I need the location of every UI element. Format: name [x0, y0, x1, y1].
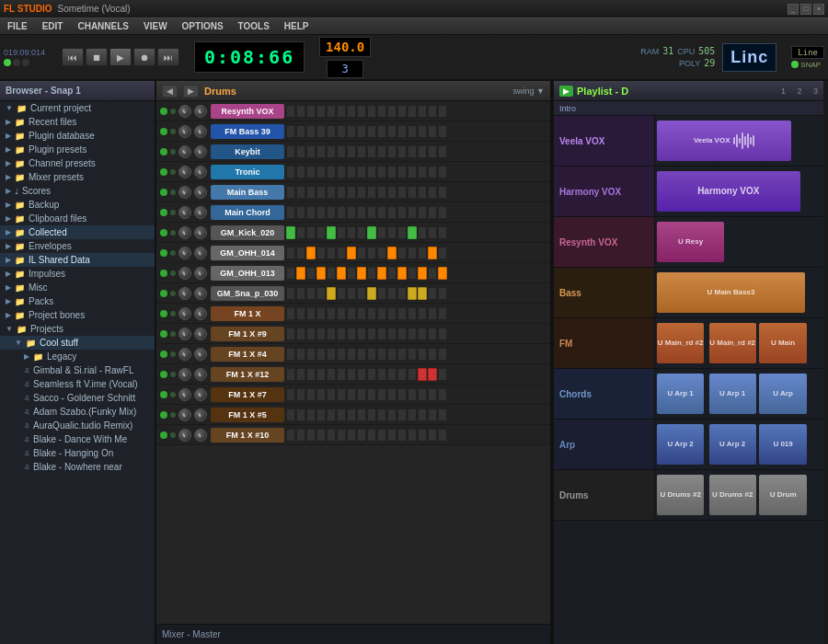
ch-name-fm1x12[interactable]: FM 1 X #12 — [211, 367, 284, 382]
pattern-block-fm2[interactable]: U Main_rd #2 — [709, 323, 756, 362]
pad[interactable] — [397, 287, 407, 300]
pad[interactable] — [357, 166, 366, 178]
pad[interactable] — [337, 247, 346, 259]
pad[interactable] — [367, 328, 376, 340]
browser-item-clipboard[interactable]: ▶ 📁 Clipboard files — [0, 212, 155, 225]
pad[interactable] — [347, 226, 356, 239]
ch-active-dot[interactable] — [160, 411, 167, 419]
ch-name-fm1x4[interactable]: FM 1 X #4 — [211, 347, 284, 362]
pad[interactable] — [428, 287, 437, 300]
ch-mute-dot[interactable] — [170, 412, 176, 418]
pad[interactable] — [408, 145, 417, 158]
pad[interactable] — [286, 186, 295, 199]
pad[interactable] — [377, 166, 386, 178]
browser-item-envelopes[interactable]: ▶ 📁 Envelopes — [0, 239, 155, 253]
ch-name-fm1x9[interactable]: FM 1 X #9 — [211, 327, 284, 341]
pattern-block-drums2[interactable]: U Drums #2 — [709, 475, 756, 514]
menu-channels[interactable]: CHANNELS — [74, 21, 132, 31]
ch-active-dot[interactable] — [160, 229, 167, 236]
pad[interactable] — [286, 307, 295, 320]
pad[interactable] — [397, 307, 407, 320]
ch-active-dot[interactable] — [160, 108, 167, 115]
pad[interactable] — [347, 307, 356, 320]
ch-mute-dot[interactable] — [170, 331, 176, 337]
pad[interactable] — [306, 287, 316, 300]
browser-item-project-bones[interactable]: ▶ 📁 Project bones — [0, 308, 155, 322]
pad[interactable] — [286, 267, 295, 280]
pad[interactable] — [377, 429, 386, 442]
rack-nav-next[interactable]: ▶ — [183, 85, 199, 98]
browser-item-channel-presets[interactable]: ▶ 📁 Channel presets — [0, 156, 155, 170]
pad[interactable] — [306, 125, 316, 138]
ch-volume-knob[interactable] — [178, 166, 191, 178]
pad[interactable] — [418, 226, 427, 239]
pad[interactable] — [387, 408, 397, 421]
pad[interactable] — [397, 105, 407, 118]
pad[interactable] — [428, 145, 437, 158]
pad[interactable] — [337, 166, 346, 178]
menu-tools[interactable]: TOOLS — [235, 21, 273, 31]
pad[interactable] — [367, 408, 376, 421]
pad[interactable] — [387, 145, 397, 158]
pad[interactable] — [327, 388, 336, 401]
pattern-block-chords3[interactable]: U Arp — [759, 374, 806, 413]
pad[interactable] — [347, 125, 356, 138]
pad[interactable] — [428, 267, 437, 280]
pad[interactable] — [408, 368, 417, 381]
pad[interactable] — [367, 125, 376, 138]
minimize-button[interactable]: _ — [788, 4, 799, 15]
close-button[interactable]: × — [813, 4, 824, 15]
ch-mute-dot[interactable] — [170, 109, 176, 114]
transport-play[interactable]: ▶ — [109, 48, 132, 66]
pad[interactable] — [306, 348, 316, 361]
pad[interactable] — [327, 328, 336, 340]
pad[interactable] — [316, 388, 326, 401]
pad[interactable] — [387, 206, 397, 219]
pad[interactable] — [337, 206, 346, 219]
pad[interactable] — [347, 186, 356, 199]
pad[interactable] — [397, 348, 407, 361]
browser-item-cool-stuff[interactable]: ▼ 📁 Cool stuff — [0, 336, 155, 350]
pad[interactable] — [286, 125, 295, 138]
browser-item-plugin-presets[interactable]: ▶ 📁 Plugin presets — [0, 143, 155, 156]
browser-item-impulses[interactable]: ▶ 📁 Impulses — [0, 267, 155, 281]
browser-item-blake-hanging[interactable]: ♫ Blake - Hanging On — [0, 446, 155, 460]
pad[interactable] — [337, 145, 346, 158]
pad[interactable] — [357, 328, 366, 340]
pad[interactable] — [367, 348, 376, 361]
pad[interactable] — [418, 267, 427, 280]
pad[interactable] — [296, 247, 305, 259]
ch-pan-knob[interactable] — [194, 348, 207, 361]
pad[interactable] — [306, 408, 316, 421]
track-content-resynth[interactable]: U Resy — [655, 217, 823, 267]
pattern-block-harmony[interactable]: Harmony VOX — [657, 171, 800, 211]
pad[interactable] — [438, 368, 447, 381]
ch-active-dot[interactable] — [160, 270, 167, 277]
pattern-display[interactable]: 3 — [327, 60, 363, 78]
pattern-block-drums1[interactable]: U Drums #2 — [657, 475, 704, 514]
pad[interactable] — [438, 105, 447, 118]
ch-volume-knob[interactable] — [178, 307, 191, 320]
pad[interactable] — [357, 348, 366, 361]
pad[interactable] — [418, 328, 427, 340]
ch-name-gmsnap[interactable]: GM_Sna_p_030 — [211, 286, 284, 301]
pad[interactable] — [428, 429, 437, 442]
ch-name-tronic[interactable]: Tronic — [211, 165, 284, 179]
pad[interactable] — [418, 388, 427, 401]
pad[interactable] — [306, 429, 316, 442]
playlist-nav[interactable]: ▶ — [559, 86, 573, 97]
browser-item-legacy[interactable]: ▶ 📁 Legacy — [0, 350, 155, 363]
ch-pan-knob[interactable] — [194, 408, 207, 421]
browser-item-blake-nowhere[interactable]: ♫ Blake - Nowhere near — [0, 460, 155, 474]
pad[interactable] — [408, 105, 417, 118]
pad[interactable] — [438, 206, 447, 219]
pad[interactable] — [327, 105, 336, 118]
ch-pan-knob[interactable] — [194, 186, 207, 199]
pad[interactable] — [377, 125, 386, 138]
pad[interactable] — [337, 328, 346, 340]
pad[interactable] — [357, 247, 366, 259]
pad[interactable] — [428, 247, 437, 259]
pad[interactable] — [428, 226, 437, 239]
ch-volume-knob[interactable] — [178, 348, 191, 361]
ch-name-mainchord[interactable]: Main Chord — [211, 205, 284, 220]
